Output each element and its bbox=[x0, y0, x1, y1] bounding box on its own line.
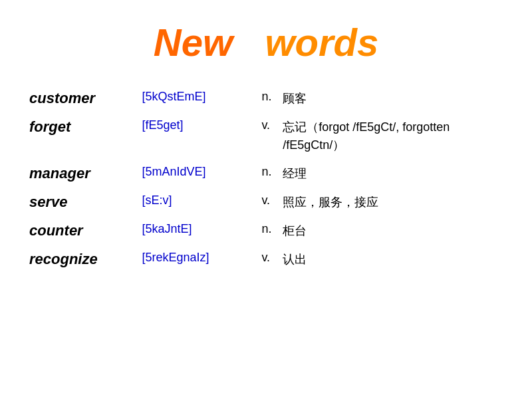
word-phonetic: [5rekEgnaIz] bbox=[139, 245, 259, 274]
table-row: forget[fE5get]v.忘记（forgot /fE5gCt/, forg… bbox=[27, 113, 505, 160]
word-pos: v. bbox=[259, 113, 280, 160]
word-pos: v. bbox=[259, 188, 280, 217]
table-row: recognize[5rekEgnaIz]v.认出 bbox=[27, 245, 505, 274]
word-definition: 照应，服务，接应 bbox=[280, 188, 505, 217]
page: New words customer[5kQstEmE]n.顾客forget[f… bbox=[0, 0, 532, 399]
word-definition: 认出 bbox=[280, 245, 505, 274]
word-pos: n. bbox=[259, 160, 280, 188]
word-pos: n. bbox=[259, 84, 280, 113]
word-pos: n. bbox=[259, 217, 280, 245]
word-english: serve bbox=[27, 188, 139, 217]
word-english: forget bbox=[27, 113, 139, 160]
word-phonetic: [fE5get] bbox=[139, 113, 259, 160]
table-row: serve[sE:v]v.照应，服务，接应 bbox=[27, 188, 505, 217]
word-english: manager bbox=[27, 160, 139, 188]
word-phonetic: [sE:v] bbox=[139, 188, 259, 217]
word-definition: 柜台 bbox=[280, 217, 505, 245]
title-words: words bbox=[265, 21, 378, 64]
word-english: counter bbox=[27, 217, 139, 245]
word-english: customer bbox=[27, 84, 139, 113]
word-english: recognize bbox=[27, 245, 139, 274]
words-table: customer[5kQstEmE]n.顾客forget[fE5get]v.忘记… bbox=[27, 84, 505, 274]
word-definition: 忘记（forgot /fE5gCt/, forgotten /fE5gCtn/） bbox=[280, 113, 505, 160]
word-phonetic: [5kaJntE] bbox=[139, 217, 259, 245]
word-definition: 顾客 bbox=[280, 84, 505, 113]
word-definition: 经理 bbox=[280, 160, 505, 188]
word-phonetic: [5kQstEmE] bbox=[139, 84, 259, 113]
word-phonetic: [5mAnIdVE] bbox=[139, 160, 259, 188]
page-title: New words bbox=[27, 20, 505, 65]
table-row: counter[5kaJntE]n.柜台 bbox=[27, 217, 505, 245]
table-row: customer[5kQstEmE]n.顾客 bbox=[27, 84, 505, 113]
table-row: manager[5mAnIdVE]n.经理 bbox=[27, 160, 505, 188]
title-new: New bbox=[154, 21, 233, 64]
word-pos: v. bbox=[259, 245, 280, 274]
